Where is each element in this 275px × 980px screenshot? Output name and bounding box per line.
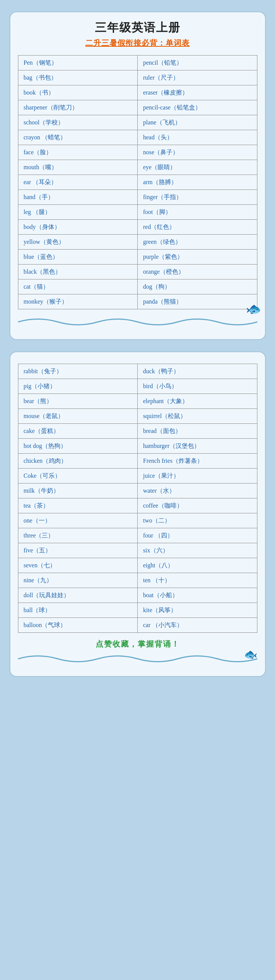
wave-decoration-2 (18, 653, 257, 665)
table-row: one（一）two（二） (18, 513, 257, 528)
table-cell: crayon （蜡笔） (18, 130, 138, 145)
table-row: leg （腿）foot（脚） (18, 205, 257, 220)
wave-decoration-1 (18, 316, 257, 328)
table-cell: body（身体） (18, 220, 138, 235)
table-cell: seven（七） (18, 558, 138, 573)
table-cell: Coke（可乐） (18, 469, 138, 483)
table-row: milk（牛奶）water（水） (18, 483, 257, 498)
table-row: bag（书包）ruler（尺子） (18, 70, 257, 85)
page-subtitle: 二升三暑假衔接必背：单词表 (10, 38, 265, 48)
table-cell: water（水） (138, 483, 257, 498)
table-cell: eraser（橡皮擦） (138, 85, 257, 100)
table-cell: tea（茶） (18, 498, 138, 513)
table-cell: squirrel（松鼠） (138, 409, 257, 424)
table-cell: finger（手指） (138, 190, 257, 205)
table-cell: plane（飞机） (138, 115, 257, 130)
table-cell: purple（紫色） (138, 250, 257, 265)
table-cell: yellow（黄色） (18, 235, 138, 250)
table-cell: six（六） (138, 543, 257, 558)
vocabulary-table-2: rabbit（兔子）duck（鸭子）pig（小猪）bird（小鸟）bear（熊）… (18, 364, 257, 633)
card-1: 三年级英语上册 二升三暑假衔接必背：单词表 Pen（钢笔）pencil（铅笔）b… (10, 11, 266, 340)
table-cell: French fries（炸薯条） (138, 454, 257, 469)
fish-icon-1: 🐟 (246, 302, 261, 316)
table-cell: ten （十） (138, 573, 257, 588)
table-cell: chicken（鸡肉） (18, 454, 138, 469)
table-cell: doll（玩具娃娃） (18, 588, 138, 603)
table-cell: balloon（气球） (18, 618, 138, 633)
table-row: blue（蓝色）purple（紫色） (18, 250, 257, 265)
table-row: Pen（钢笔）pencil（铅笔） (18, 56, 257, 70)
table-row: three（三）four （四） (18, 528, 257, 543)
table-cell: eye（眼睛） (138, 160, 257, 175)
table-cell: duck（鸭子） (138, 364, 257, 379)
table-cell: nine（九） (18, 573, 138, 588)
table-cell: panda（熊猫） (138, 294, 257, 309)
table-row: doll（玩具娃娃）boat（小船） (18, 588, 257, 603)
table-row: ball（球）kite（风筝） (18, 603, 257, 618)
table-row: black（黑色）orange（橙色） (18, 265, 257, 279)
table-cell: juice（果汁） (138, 469, 257, 483)
table-cell: head（头） (138, 130, 257, 145)
table-cell: pig（小猪） (18, 379, 138, 394)
table-row: five（五）six（六） (18, 543, 257, 558)
table-row: monkey（猴子）panda（熊猫） (18, 294, 257, 309)
table-cell: rabbit（兔子） (18, 364, 138, 379)
table-row: Coke（可乐）juice（果汁） (18, 469, 257, 483)
table-row: sharpener（削笔刀）pencil-case（铅笔盒） (18, 100, 257, 115)
table-cell: ear （耳朵） (18, 175, 138, 190)
card-2: rabbit（兔子）duck（鸭子）pig（小猪）bird（小鸟）bear（熊）… (10, 351, 266, 677)
table-cell: kite（风筝） (138, 603, 257, 618)
bottom-text: 点赞收藏，掌握背诵！ (18, 639, 257, 649)
table-cell: mouth（嘴） (18, 160, 138, 175)
table-row: seven（七）eight（八） (18, 558, 257, 573)
table-cell: pencil-case（铅笔盒） (138, 100, 257, 115)
table-cell: school（学校） (18, 115, 138, 130)
table-cell: cat（猫） (18, 279, 138, 294)
table-row: bear（熊）elephant（大象） (18, 394, 257, 409)
table-cell: five（五） (18, 543, 138, 558)
table-cell: coffee（咖啡） (138, 498, 257, 513)
table-cell: arm（胳膊） (138, 175, 257, 190)
table-row: yellow（黄色）green（绿色） (18, 235, 257, 250)
table-row: hand（手）finger（手指） (18, 190, 257, 205)
table-cell: boat（小船） (138, 588, 257, 603)
table-cell: three（三） (18, 528, 138, 543)
table-row: cat（猫）dog（狗） (18, 279, 257, 294)
table-cell: mouse（老鼠） (18, 409, 138, 424)
table-row: pig（小猪）bird（小鸟） (18, 379, 257, 394)
table-cell: orange（橙色） (138, 265, 257, 279)
table-cell: Pen（钢笔） (18, 56, 138, 70)
table-cell: black（黑色） (18, 265, 138, 279)
table-cell: monkey（猴子） (18, 294, 138, 309)
table-row: tea（茶）coffee（咖啡） (18, 498, 257, 513)
table-cell: bear（熊） (18, 394, 138, 409)
table-cell: pencil（铅笔） (138, 56, 257, 70)
table-cell: ball（球） (18, 603, 138, 618)
table-row: crayon （蜡笔）head（头） (18, 130, 257, 145)
table-row: school（学校）plane（飞机） (18, 115, 257, 130)
table-row: balloon（气球）car （小汽车） (18, 618, 257, 633)
table-cell: eight（八） (138, 558, 257, 573)
table-cell: bird（小鸟） (138, 379, 257, 394)
table-cell: bag（书包） (18, 70, 138, 85)
table-cell: car （小汽车） (138, 618, 257, 633)
table-row: ear （耳朵）arm（胳膊） (18, 175, 257, 190)
table-cell: four （四） (138, 528, 257, 543)
table-cell: book（书） (18, 85, 138, 100)
table-cell: milk（牛奶） (18, 483, 138, 498)
table-row: hot dog（热狗）hamburger（汉堡包） (18, 439, 257, 454)
table-cell: red（红色） (138, 220, 257, 235)
table-cell: nose（鼻子） (138, 145, 257, 160)
table-cell: bread（面包） (138, 424, 257, 439)
table-cell: leg （腿） (18, 205, 138, 220)
table-cell: ruler（尺子） (138, 70, 257, 85)
table-row: chicken（鸡肉）French fries（炸薯条） (18, 454, 257, 469)
table-cell: elephant（大象） (138, 394, 257, 409)
table-cell: hand（手） (18, 190, 138, 205)
table-row: mouth（嘴）eye（眼睛） (18, 160, 257, 175)
table-row: mouse（老鼠）squirrel（松鼠） (18, 409, 257, 424)
table-row: book（书）eraser（橡皮擦） (18, 85, 257, 100)
table-cell: hamburger（汉堡包） (138, 439, 257, 454)
table-cell: dog（狗） (138, 279, 257, 294)
page-title: 三年级英语上册 (10, 20, 265, 36)
